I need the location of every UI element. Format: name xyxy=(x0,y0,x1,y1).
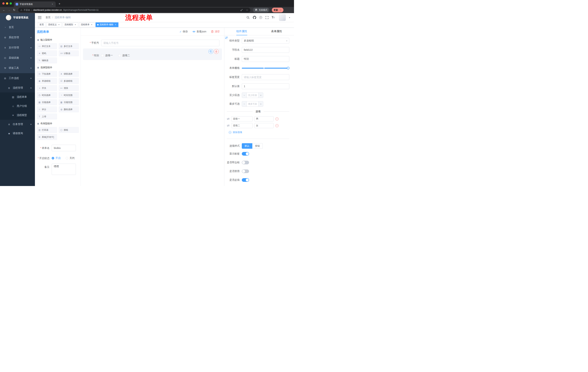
link-icon[interactable] xyxy=(225,36,228,39)
option-2-value-input[interactable] xyxy=(254,123,274,128)
form-name-input[interactable] xyxy=(52,145,76,151)
app-logo[interactable]: 芋道管理系统 xyxy=(0,13,35,22)
style-default-button[interactable]: 默认 xyxy=(242,143,252,149)
required-toggle[interactable] xyxy=(242,178,249,182)
default-value-input[interactable] xyxy=(242,83,289,89)
sidebar-item-user-group[interactable]: ☺ 用户分组 xyxy=(0,102,35,111)
slider-thumb[interactable] xyxy=(287,67,289,69)
component-rate[interactable]: ☆评分 xyxy=(37,106,57,112)
back-icon[interactable]: ← xyxy=(1,8,7,12)
grid-slider[interactable] xyxy=(242,65,288,71)
max-select-value[interactable]: 最多可选 xyxy=(247,101,258,106)
component-slider[interactable]: ⊷滑块 xyxy=(59,85,79,91)
component-radio-group[interactable]: ◉单选框组 xyxy=(37,78,57,84)
component-textarea[interactable]: ▤多行文本 xyxy=(59,43,79,49)
url-field[interactable]: ⚠ 不安全 | dashboard.yudao.iocoder.cn /bpm/… xyxy=(18,8,250,12)
copy-field-button[interactable] xyxy=(209,49,213,54)
tab-form-props[interactable]: 表单属性 xyxy=(259,28,294,35)
radio-status-off[interactable]: 关闭 xyxy=(66,157,74,160)
gender-option-1[interactable]: 选项一 xyxy=(101,54,113,57)
sidebar-item-infrastructure[interactable]: ⊡ 基础设施 ∨ xyxy=(0,53,35,63)
canvas-field-gender-selected[interactable]: *性别 选项一 选项二 xyxy=(83,48,222,60)
clear-button[interactable]: 清空 xyxy=(211,30,220,33)
component-select[interactable]: ⊙下拉选择 xyxy=(37,71,57,77)
component-password[interactable]: ∗密码 xyxy=(37,50,57,56)
phone-input[interactable] xyxy=(101,40,220,46)
close-icon[interactable]: × xyxy=(74,23,77,26)
component-checkbox-group[interactable]: ☑多选框组 xyxy=(59,78,79,84)
title-input[interactable] xyxy=(242,56,289,62)
canvas-field-phone[interactable]: *手机号 xyxy=(83,40,220,46)
field-name-input[interactable] xyxy=(242,47,289,53)
component-type-select[interactable]: 多选框组 ▾ xyxy=(242,38,289,44)
sidebar-item-home[interactable]: ◔ 首页 xyxy=(0,22,35,32)
plus-icon[interactable]: + xyxy=(258,93,263,98)
component-row-container[interactable]: ▥行容器 xyxy=(37,127,57,133)
view-json-button[interactable]: 查看json xyxy=(192,30,206,33)
component-time-range[interactable]: ◔时间范围 xyxy=(59,92,79,98)
component-date-range[interactable]: ▩日期范围 xyxy=(59,99,79,105)
zoom-window-button[interactable] xyxy=(10,2,12,5)
sidebar-item-process-manage[interactable]: ≣ 流程管理 ∧ xyxy=(0,83,35,93)
sidebar-item-leave-query[interactable]: ☻ 请假查询 xyxy=(0,129,35,138)
tag-process-form[interactable]: 流程表单 × xyxy=(79,22,94,27)
component-counter[interactable]: 123计数器 xyxy=(59,50,79,56)
remark-textarea[interactable]: 嘿嘿 xyxy=(52,164,76,175)
tag-process-model[interactable]: 流程模型 × xyxy=(63,22,78,27)
forward-icon[interactable]: → xyxy=(7,8,12,12)
component-upload[interactable]: ⇪上传 xyxy=(37,114,57,119)
component-button[interactable]: ▢按钮 xyxy=(59,127,79,133)
sidebar-item-workflow[interactable]: ⊞ 工作流程 ∧ xyxy=(0,73,35,83)
sidebar-item-task-manage[interactable]: ⋔ 任务管理 ∨ xyxy=(0,120,35,129)
close-window-button[interactable] xyxy=(2,2,5,5)
tag-process-definition[interactable]: 流程定义 × xyxy=(46,22,62,27)
tag-process-form-edit[interactable]: 流程表单-编辑 × xyxy=(95,22,118,27)
component-cascader[interactable]: ⋔级联选择 xyxy=(59,71,79,77)
option-2-label-input[interactable] xyxy=(231,123,253,128)
sidebar-item-devtools[interactable]: ⚒ 研发工具 ∨ xyxy=(0,63,35,73)
avatar[interactable] xyxy=(279,14,286,21)
close-icon[interactable]: × xyxy=(114,23,117,26)
close-icon[interactable]: × xyxy=(58,23,60,26)
radio-status-on[interactable]: 开启 xyxy=(52,157,61,160)
save-button[interactable]: ✓ 保存 xyxy=(179,30,188,33)
tab-component-props[interactable]: 组件属性 xyxy=(224,28,259,35)
component-table[interactable]: ⊞表格[开发中] xyxy=(37,134,57,140)
minimize-window-button[interactable] xyxy=(6,2,8,5)
label-width-input[interactable] xyxy=(242,74,289,80)
style-button-button[interactable]: 按钮 xyxy=(252,143,263,149)
minus-icon[interactable]: − xyxy=(242,101,247,106)
component-date-picker[interactable]: ▦日期选择 xyxy=(37,99,57,105)
help-icon[interactable]: ? xyxy=(259,16,262,19)
sidebar-item-payment[interactable]: ¥ 支付管理 ∨ xyxy=(0,43,35,53)
hamburger-icon[interactable] xyxy=(38,16,42,19)
delete-field-button[interactable] xyxy=(214,49,219,54)
new-tab-button[interactable]: + xyxy=(57,1,62,6)
close-icon[interactable]: × xyxy=(90,23,93,26)
gender-option-2[interactable]: 选项二 xyxy=(118,54,130,57)
min-select-value[interactable]: 至少应选 xyxy=(247,93,258,98)
browser-tab[interactable]: 芋道管理系统 × xyxy=(14,1,56,7)
key-icon[interactable] xyxy=(240,9,243,11)
browser-update-pill[interactable]: 更新 ⋮ xyxy=(272,8,284,12)
component-time-picker[interactable]: ◷时间选择 xyxy=(37,92,57,98)
disabled-toggle[interactable] xyxy=(242,170,249,173)
remove-option-icon[interactable]: − xyxy=(275,124,279,127)
show-label-toggle[interactable] xyxy=(242,152,249,156)
breadcrumb-home[interactable]: 首页 xyxy=(45,16,51,19)
option-1-label-input[interactable] xyxy=(231,116,253,121)
sidebar-item-process-model[interactable]: ✈ 流程模型 xyxy=(0,111,35,120)
option-1-value-input[interactable] xyxy=(254,116,274,121)
component-color-picker[interactable]: ◍颜色选择 xyxy=(59,106,79,112)
component-switch[interactable]: ◑开关 xyxy=(37,85,57,91)
avatar-caret-icon[interactable]: ▾ xyxy=(289,17,290,19)
border-toggle[interactable] xyxy=(242,161,249,164)
tab-close-icon[interactable]: × xyxy=(51,3,54,6)
plus-icon[interactable]: + xyxy=(258,101,263,106)
minus-icon[interactable]: − xyxy=(242,93,247,98)
sidebar-item-system[interactable]: ⚙ 系统管理 ∨ xyxy=(0,32,35,43)
browser-menu-kebab-icon[interactable]: ⋮ xyxy=(279,9,282,11)
font-size-icon[interactable]: TT xyxy=(272,16,274,19)
slider-track[interactable] xyxy=(242,68,288,69)
github-icon[interactable] xyxy=(253,16,256,19)
